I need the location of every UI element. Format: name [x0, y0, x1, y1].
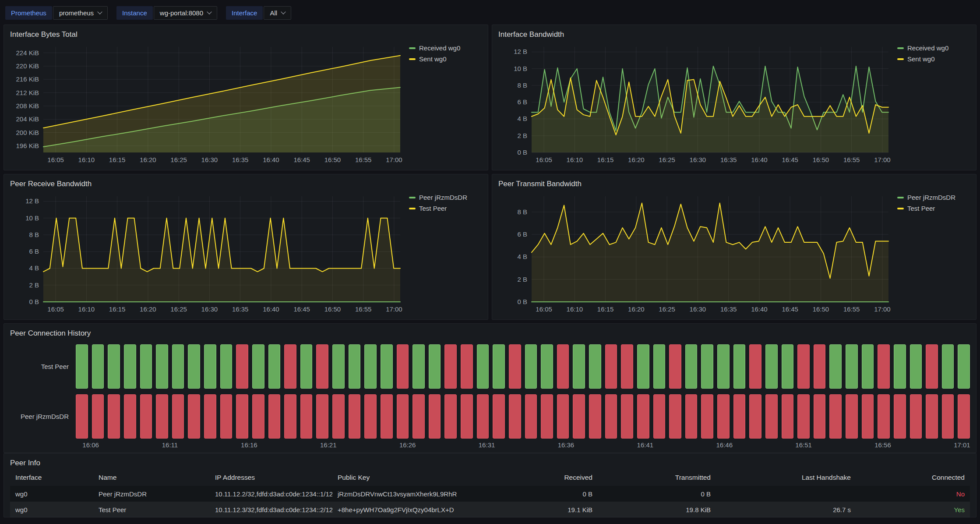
table-cell: Yes [856, 506, 970, 513]
state-bar-disconnected [958, 394, 970, 439]
svg-text:12 B: 12 B [25, 197, 39, 205]
state-bar-disconnected [669, 344, 681, 389]
state-bar-connected [573, 344, 585, 389]
state-bar-disconnected [236, 344, 248, 389]
legend-label: Sent wg0 [907, 55, 935, 63]
panel-interface-bandwidth: Interface Bandwidth 0 B2 B4 B6 B8 B10 B1… [492, 25, 976, 170]
panel-title[interactable]: Peer Connection History [10, 328, 970, 339]
svg-text:16:30: 16:30 [201, 156, 218, 163]
state-bar-connected [140, 344, 152, 389]
interface-bandwidth-chart[interactable]: 0 B2 B4 B6 B8 B10 B12 B16:0516:1016:1516… [498, 41, 895, 166]
dashboard-row-1: Interface Bytes Total 196 KiB200 KiB204 … [4, 25, 976, 170]
interface-bytes-total-chart[interactable]: 196 KiB200 KiB204 KiB208 KiB212 KiB216 K… [10, 41, 406, 166]
svg-text:16:40: 16:40 [751, 305, 768, 313]
table-header-cell[interactable]: Name [93, 474, 210, 482]
state-timeline[interactable]: Test PeerPeer jRzmDsDR [10, 344, 970, 439]
panel-title[interactable]: Peer Info [10, 458, 970, 468]
svg-text:17:00: 17:00 [386, 305, 402, 313]
svg-text:16:50: 16:50 [813, 156, 829, 163]
variable-value-dropdown[interactable]: prometheus [53, 6, 108, 20]
state-bar-connected [76, 344, 88, 389]
panel-title[interactable]: Interface Bandwidth [498, 29, 970, 40]
legend-item[interactable]: Sent wg0 [409, 55, 482, 63]
svg-text:16:15: 16:15 [597, 156, 614, 163]
svg-text:16:40: 16:40 [751, 156, 768, 163]
state-bar-disconnected [749, 344, 761, 389]
table-cell: +8he+pyWH7Oa9g2FVjIxQzy04brLX+D [332, 506, 493, 513]
peer-transmit-bandwidth-chart[interactable]: 0 B2 B4 B6 B8 B16:0516:1016:1516:2016:25… [498, 190, 895, 315]
state-bar-disconnected [429, 394, 441, 439]
state-bar-disconnected [621, 344, 633, 389]
state-bar-connected [589, 344, 601, 389]
svg-text:16:30: 16:30 [690, 305, 706, 313]
series-color-swatch [409, 197, 416, 198]
state-bar-connected [910, 344, 922, 389]
table-header-cell[interactable]: Connected [856, 474, 970, 482]
svg-text:16:35: 16:35 [720, 156, 737, 163]
svg-text:6 B: 6 B [29, 248, 39, 255]
panel-title[interactable]: Interface Bytes Total [10, 29, 482, 40]
timeline-bars[interactable] [76, 344, 970, 389]
svg-text:2 B: 2 B [517, 132, 527, 139]
legend-item[interactable]: Received wg0 [897, 44, 970, 52]
state-bar-disconnected [364, 394, 377, 439]
timeline-x-tick: 16:26 [399, 441, 416, 449]
state-bar-connected [653, 344, 666, 389]
legend-item[interactable]: Test Peer [897, 205, 970, 212]
legend: Received wg0Sent wg0 [406, 41, 482, 166]
variable-selected-value: prometheus [59, 9, 94, 17]
panel-peer-connection-history: Peer Connection History Test PeerPeer jR… [4, 323, 976, 453]
legend-item[interactable]: Test Peer [409, 205, 482, 212]
state-bar-disconnected [397, 344, 409, 389]
state-bar-disconnected [92, 394, 104, 439]
svg-text:0 B: 0 B [29, 298, 39, 305]
variable-value-dropdown[interactable]: wg-portal:8080 [154, 6, 217, 20]
variable-label: Prometheus [5, 6, 52, 20]
table-header-cell[interactable]: Public Key [332, 474, 493, 482]
timeline-bars[interactable] [76, 394, 970, 439]
state-bar-disconnected [220, 394, 233, 439]
timeline-x-tick: 16:11 [162, 441, 178, 449]
timeline-x-tick: 16:31 [479, 441, 495, 449]
table-header-cell[interactable]: Transmitted [598, 474, 716, 482]
table-header-cell[interactable]: Received [493, 474, 598, 482]
table-header-cell[interactable]: IP Addresses [210, 474, 332, 482]
timeline-x-tick: 16:51 [795, 441, 812, 449]
table-cell: 19.1 KiB [493, 506, 598, 513]
peer-receive-bandwidth-chart[interactable]: 0 B2 B4 B6 B8 B10 B12 B16:0516:1016:1516… [10, 190, 406, 315]
state-bar-disconnected [862, 394, 874, 439]
panel-peer-transmit-bandwidth: Peer Transmit Bandwidth 0 B2 B4 B6 B8 B1… [492, 174, 976, 320]
svg-text:6 B: 6 B [517, 98, 527, 106]
panel-title[interactable]: Peer Transmit Bandwidth [498, 179, 970, 189]
state-bar-connected [958, 344, 970, 389]
state-bar-disconnected [156, 394, 168, 439]
state-bar-connected [300, 344, 313, 389]
table-cell: 0 B [493, 490, 598, 498]
state-bar-disconnected [252, 394, 264, 439]
state-bar-connected [381, 344, 393, 389]
svg-text:4 B: 4 B [517, 253, 527, 260]
state-bar-disconnected [733, 394, 746, 439]
svg-text:196 KiB: 196 KiB [16, 142, 39, 149]
state-bar-disconnected [573, 394, 585, 439]
state-bar-disconnected [926, 394, 938, 439]
svg-text:16:35: 16:35 [232, 156, 249, 163]
state-bar-disconnected [637, 394, 649, 439]
legend-item[interactable]: Peer jRzmDsDR [409, 194, 482, 201]
table-header-cell[interactable]: Last Handshake [716, 474, 856, 482]
state-bar-connected [349, 344, 361, 389]
table-header-cell[interactable]: Interface [10, 474, 93, 482]
legend-item[interactable]: Peer jRzmDsDR [897, 194, 970, 201]
timeline-x-tick: 16:36 [558, 441, 575, 449]
state-bar-disconnected [910, 394, 922, 439]
svg-text:16:15: 16:15 [109, 305, 126, 313]
table-row[interactable]: wg0Peer jRzmDsDR10.11.12.2/32,fdfd:d3ad:… [10, 486, 970, 502]
panel-title[interactable]: Peer Receive Bandwidth [10, 179, 482, 189]
svg-text:17:00: 17:00 [874, 305, 891, 313]
table-row[interactable]: wg0Test Peer10.11.12.3/32,fdfd:d3ad:c0de… [10, 502, 970, 517]
table-header-row: InterfaceNameIP AddressesPublic KeyRecei… [10, 469, 970, 486]
legend-item[interactable]: Sent wg0 [897, 55, 970, 63]
variable-value-dropdown[interactable]: All [264, 6, 291, 20]
legend-item[interactable]: Received wg0 [409, 44, 482, 52]
state-bar-disconnected [268, 394, 281, 439]
